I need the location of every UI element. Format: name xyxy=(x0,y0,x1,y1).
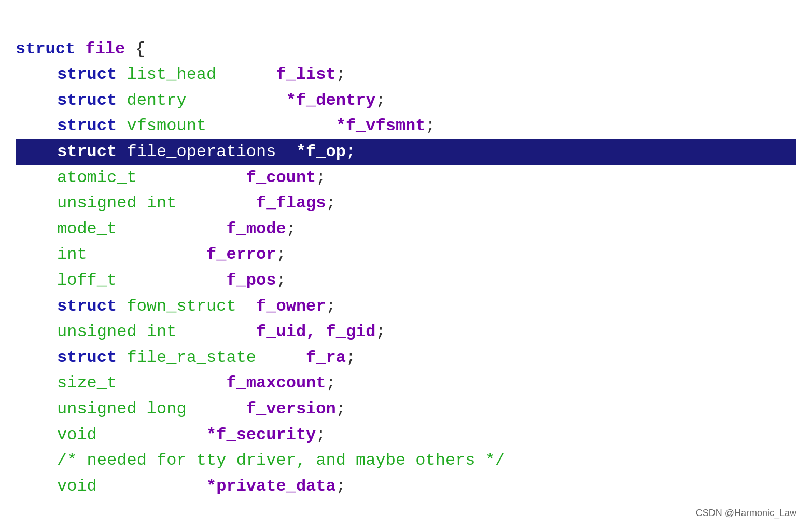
line-comment: /* needed for tty driver, and maybe othe… xyxy=(16,448,796,474)
line-f-security: void *f_security; xyxy=(16,422,796,448)
line-f-flags: unsigned int f_flags; xyxy=(16,190,796,216)
line-f-error: int f_error; xyxy=(16,242,796,268)
line-f-ra: struct file_ra_state f_ra; xyxy=(16,345,796,371)
code-block: struct file { struct list_head f_list; s… xyxy=(16,10,796,499)
line-f-vfsmnt: struct vfsmount *f_vfsmnt; xyxy=(16,113,796,139)
line-f-owner: struct fown_struct f_owner; xyxy=(16,294,796,319)
line-f-list: struct list_head f_list; xyxy=(16,62,796,88)
line-f-pos: loff_t f_pos; xyxy=(16,268,796,294)
line-private-data: void *private_data; xyxy=(16,474,796,499)
line-f-op: struct file_operations *f_op; xyxy=(16,139,796,165)
line-f-uid-gid: unsigned int f_uid, f_gid; xyxy=(16,319,796,345)
line-f-count: atomic_t f_count; xyxy=(16,165,796,191)
line-f-mode: mode_t f_mode; xyxy=(16,216,796,242)
line-f-maxcount: size_t f_maxcount; xyxy=(16,370,796,396)
line-struct-file: struct file { xyxy=(16,36,796,62)
line-f-version: unsigned long f_version; xyxy=(16,396,796,422)
line-f-dentry: struct dentry *f_dentry; xyxy=(16,88,796,114)
watermark: CSDN @Harmonic_Law xyxy=(696,508,796,519)
